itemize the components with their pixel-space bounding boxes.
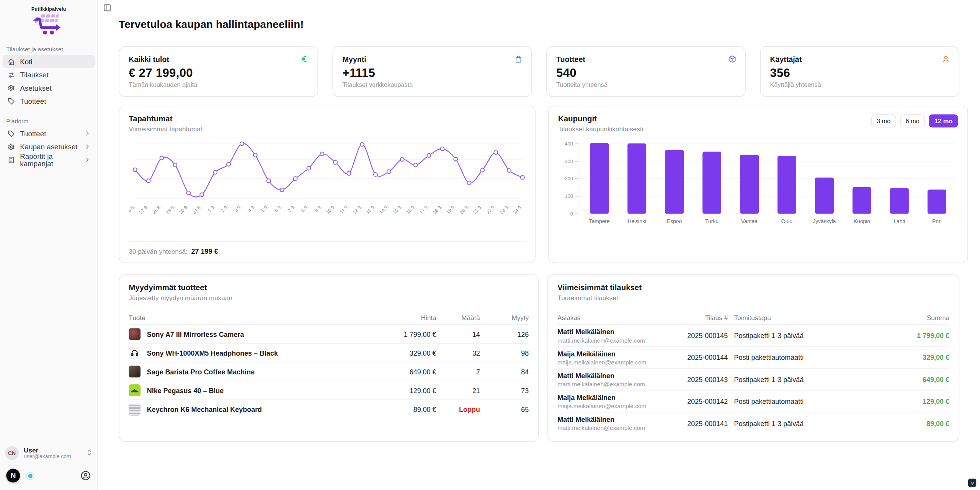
svg-text:12.9.: 12.9.	[352, 204, 363, 215]
svg-text:Kuopio: Kuopio	[854, 218, 870, 224]
product-row: Nike Pegasus 40 – Blue129,00 €2173	[129, 381, 529, 400]
cities-bar-chart: 0100200300400TampereHelsinkiEspooTurkuVa…	[558, 137, 958, 235]
product-qty: 14	[436, 330, 480, 338]
nextjs-dev-button[interactable]: N	[6, 469, 20, 482]
tag-icon	[8, 130, 15, 137]
customer-name: Matti Meikäläinen	[557, 328, 668, 335]
svg-text:11.9.: 11.9.	[339, 204, 350, 215]
sidebar-item-koti[interactable]: Koti	[3, 55, 95, 68]
stat-value: 356	[770, 66, 949, 80]
dev-console-badge[interactable]	[968, 479, 976, 487]
order-row: Maija Meikäläinenmaija.meikalainen@examp…	[557, 347, 949, 369]
product-sold: 98	[480, 349, 529, 357]
customer-email: maija.meikalainen@example.com	[557, 402, 668, 409]
events-chart-title: Tapahtumat	[129, 114, 202, 123]
product-row: Sony WH-1000XM5 Headphones – Black329,00…	[129, 344, 529, 363]
customer-name: Maija Meikäläinen	[557, 394, 668, 401]
sidebar-item-label: Tuotteet	[20, 97, 46, 105]
sidebar-toggle-icon[interactable]	[103, 3, 111, 14]
stat-label: Kaikki tulot	[129, 55, 308, 64]
svg-text:100: 100	[565, 193, 573, 199]
order-sum: 649,00 €	[839, 376, 949, 383]
svg-text:28.8.: 28.8.	[152, 204, 163, 215]
package-icon	[728, 55, 736, 63]
range-button-12mo[interactable]: 12 mo	[929, 114, 958, 127]
product-qty: Loppu	[436, 406, 480, 413]
stat-label: Tuotteet	[556, 55, 736, 64]
stat-label: Käyttäjät	[770, 55, 949, 64]
sidebar-item-asetukset[interactable]: Asetukset	[3, 81, 95, 94]
product-sold: 84	[480, 368, 529, 376]
sidebar-item-tuotteet[interactable]: Tuotteet	[3, 95, 95, 108]
svg-text:7.9.: 7.9.	[287, 204, 296, 213]
user-email: user@example.com	[24, 454, 81, 460]
svg-text:13.9.: 13.9.	[365, 204, 376, 215]
events-chart-subtitle: Viimeisimmät tapahtumat	[129, 125, 202, 133]
euro-icon	[301, 55, 309, 63]
svg-text:17.9.: 17.9.	[418, 204, 430, 215]
product-name: Sony WH-1000XM5 Headphones – Black	[147, 349, 278, 357]
product-row: Sony A7 III Mirrorless Camera1 799,00 €1…	[129, 325, 529, 344]
col-toimitustapa: Toimitustapa	[734, 314, 839, 321]
product-qty: 21	[436, 387, 480, 394]
dev-indicator-icon[interactable]	[26, 472, 34, 480]
stat-value: +1115	[343, 66, 522, 80]
sidebar-item-kaupan-asetukset[interactable]: Kaupan asetukset	[3, 140, 95, 153]
product-qty: 32	[436, 349, 480, 357]
range-button-6mo[interactable]: 6 mo	[900, 114, 925, 127]
stat-label: Myynti	[343, 55, 522, 64]
svg-text:Jyväskylä: Jyväskylä	[813, 218, 836, 224]
svg-text:3.9.: 3.9.	[234, 204, 243, 213]
svg-text:6.9.: 6.9.	[273, 204, 283, 213]
nav-platform: TuotteetKaupan asetuksetRaportit ja kamp…	[0, 127, 98, 166]
svg-text:200: 200	[565, 176, 573, 182]
product-sold: 65	[480, 406, 529, 413]
main-content: Tervetuloa kaupan hallintapaneeliin! Kai…	[98, 0, 980, 490]
order-number: 2025-000143	[668, 376, 728, 383]
orders-subtitle: Tuoreimmat tilaukset	[557, 294, 949, 301]
account-circle-icon[interactable]	[81, 470, 91, 480]
customer-email: matti.meikalainen@example.com	[557, 336, 668, 343]
svg-text:Pori: Pori	[932, 218, 942, 224]
svg-text:5.9.: 5.9.	[260, 204, 269, 213]
svg-text:15.9.: 15.9.	[392, 204, 403, 215]
range-buttons: 3 mo6 mo12 mo	[871, 114, 958, 127]
product-sold: 126	[480, 330, 529, 338]
product-price: 649,00 €	[379, 368, 436, 376]
stats-row: Kaikki tulot€ 27 199,00Tämän kuukauden a…	[119, 46, 959, 97]
product-price: 129,00 €	[379, 387, 436, 394]
sidebar-item-label: Asetukset	[20, 84, 51, 92]
product-name: Nike Pegasus 40 – Blue	[147, 387, 224, 394]
range-button-3mo[interactable]: 3 mo	[871, 114, 896, 127]
sidebar-item-raportit-ja-kampanjat[interactable]: Raportit ja kampanjat	[3, 153, 95, 166]
order-shipping: Posti pakettiautomaatti	[734, 354, 839, 361]
svg-text:16.9.: 16.9.	[405, 204, 416, 215]
svg-text:20.9.: 20.9.	[459, 204, 470, 215]
svg-text:400: 400	[565, 141, 573, 147]
order-sum: 89,00 €	[839, 420, 949, 427]
svg-text:22.9.: 22.9.	[485, 204, 497, 215]
home-icon	[8, 58, 15, 65]
order-number: 2025-000142	[668, 397, 728, 405]
svg-text:9.9.: 9.9.	[314, 204, 323, 213]
customer-name: Matti Meikäläinen	[557, 416, 668, 423]
svg-text:Helsinki: Helsinki	[627, 218, 646, 224]
stat-sub: Käyttäjiä yhteensä	[770, 81, 949, 88]
svg-text:30.8.: 30.8.	[178, 204, 189, 215]
order-sum: 129,00 €	[839, 397, 949, 405]
user-menu[interactable]: CN User user@example.com	[5, 446, 93, 460]
shopping-cart-logo-icon	[33, 11, 65, 38]
product-price: 89,00 €	[379, 406, 436, 413]
sidebar-item-tuotteet[interactable]: Tuotteet	[3, 127, 95, 140]
order-number: 2025-000144	[668, 354, 728, 361]
svg-text:19.9.: 19.9.	[445, 204, 456, 215]
stat-sub: Tilaukset verkkokaupasta	[343, 81, 522, 88]
chevron-right-icon	[84, 143, 90, 150]
sidebar-item-tilaukset[interactable]: Tilaukset	[3, 68, 95, 81]
order-shipping: Postipaketti 1-3 päivää	[734, 376, 839, 383]
stat-value: 540	[556, 66, 736, 80]
svg-text:Turku: Turku	[705, 218, 719, 224]
order-shipping: Posti pakettiautomaatti	[734, 397, 839, 405]
svg-text:Oulu: Oulu	[781, 218, 792, 224]
product-row: Sage Barista Pro Coffee Machine649,00 €7…	[129, 363, 529, 381]
